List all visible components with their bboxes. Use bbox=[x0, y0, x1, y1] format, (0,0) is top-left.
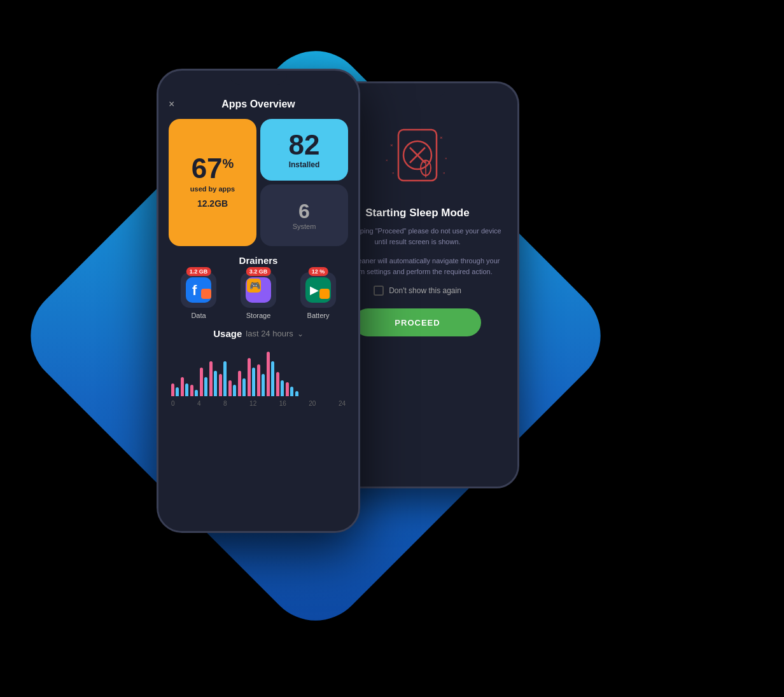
app-title: Apps Overview bbox=[221, 99, 295, 110]
chart-label-12: 12 bbox=[249, 400, 256, 407]
sleep-illustration: × × × × × × bbox=[376, 114, 459, 197]
drainer-storage: 3.2 GB 🎮 Storage bbox=[241, 272, 276, 319]
svg-text:f: f bbox=[192, 282, 197, 298]
svg-text:×: × bbox=[392, 171, 395, 175]
stats-grid: 82 Installed 67% used by apps 12.2GB bbox=[169, 119, 348, 246]
system-label: System bbox=[293, 223, 316, 230]
system-number: 6 bbox=[298, 201, 310, 221]
app-header: × Apps Overview bbox=[169, 99, 348, 110]
drainer-battery-icon: ▶ bbox=[300, 272, 336, 308]
usage-subtitle: last 24 hours bbox=[246, 329, 293, 338]
drainer-data: 1.2 GB f Data bbox=[181, 272, 216, 319]
chart-label-0: 0 bbox=[171, 400, 175, 407]
installed-number: 82 bbox=[289, 131, 320, 159]
drainer-storage-badge: 3.2 GB bbox=[246, 267, 271, 276]
usage-percent: 67% bbox=[192, 155, 234, 183]
chart-label-20: 20 bbox=[309, 400, 316, 407]
svg-text:×: × bbox=[440, 135, 443, 141]
chart-labels: 0 4 8 12 16 20 24 bbox=[169, 400, 348, 407]
svg-text:×: × bbox=[443, 171, 445, 175]
usage-header: Usage last 24 hours ⌄ bbox=[169, 328, 348, 339]
svg-text:×: × bbox=[386, 158, 388, 162]
installed-label: Installed bbox=[289, 160, 320, 169]
drainers-row: 1.2 GB f Data bbox=[169, 272, 348, 319]
svg-rect-20 bbox=[319, 289, 330, 299]
system-card: 6 System bbox=[260, 184, 348, 246]
storage-gb: 12.2GB bbox=[197, 194, 228, 210]
chart-label-16: 16 bbox=[279, 400, 286, 407]
usage-bar-chart bbox=[169, 345, 348, 396]
dont-show-row: Don't show this again bbox=[374, 286, 461, 296]
close-button[interactable]: × bbox=[169, 99, 174, 110]
drainer-storage-icon-wrap: 3.2 GB 🎮 bbox=[241, 272, 276, 308]
proceed-button[interactable]: PROCEED bbox=[354, 308, 481, 336]
drainer-data-badge: 1.2 GB bbox=[186, 267, 211, 276]
chart-label-8: 8 bbox=[223, 400, 227, 407]
svg-rect-14 bbox=[201, 289, 211, 299]
drainer-battery-label: Battery bbox=[307, 312, 330, 319]
drainer-data-icon: f bbox=[181, 272, 216, 308]
usage-percent-card: 67% used by apps 12.2GB bbox=[169, 119, 256, 246]
drainers-title: Drainers bbox=[169, 255, 348, 266]
svg-text:×: × bbox=[445, 156, 447, 160]
chart-label-4: 4 bbox=[197, 400, 201, 407]
phone-back-notch bbox=[389, 83, 446, 97]
drainer-battery-icon-wrap: 12 % ▶ bbox=[300, 272, 336, 308]
drainer-data-label: Data bbox=[191, 312, 206, 319]
usage-title: Usage bbox=[213, 328, 242, 339]
svg-text:▶: ▶ bbox=[310, 284, 319, 296]
apps-overview-screen: × Apps Overview 82 Installed 67% bbox=[158, 88, 358, 531]
scene: × × × × × × Starting Sleep Mode After ta… bbox=[42, 31, 742, 666]
phone-front-notch bbox=[230, 71, 287, 85]
usage-chevron-icon[interactable]: ⌄ bbox=[297, 329, 304, 338]
installed-card: 82 Installed bbox=[260, 119, 348, 181]
sleep-title: Starting Sleep Mode bbox=[365, 207, 469, 219]
dont-show-checkbox[interactable] bbox=[374, 286, 384, 296]
drainer-storage-label: Storage bbox=[246, 312, 271, 319]
phone-front: × Apps Overview 82 Installed 67% bbox=[157, 69, 360, 533]
used-by-apps-label: used by apps bbox=[190, 185, 235, 193]
drainer-battery: 12 % ▶ Battery bbox=[300, 272, 336, 319]
svg-text:×: × bbox=[390, 142, 393, 148]
svg-text:🎮: 🎮 bbox=[249, 280, 261, 291]
drainer-battery-badge: 12 % bbox=[309, 267, 328, 276]
dont-show-label: Don't show this again bbox=[389, 286, 461, 295]
chart-label-24: 24 bbox=[339, 400, 346, 407]
drainer-data-icon-wrap: 1.2 GB f bbox=[181, 272, 216, 308]
drainer-storage-icon: 🎮 bbox=[241, 272, 276, 308]
